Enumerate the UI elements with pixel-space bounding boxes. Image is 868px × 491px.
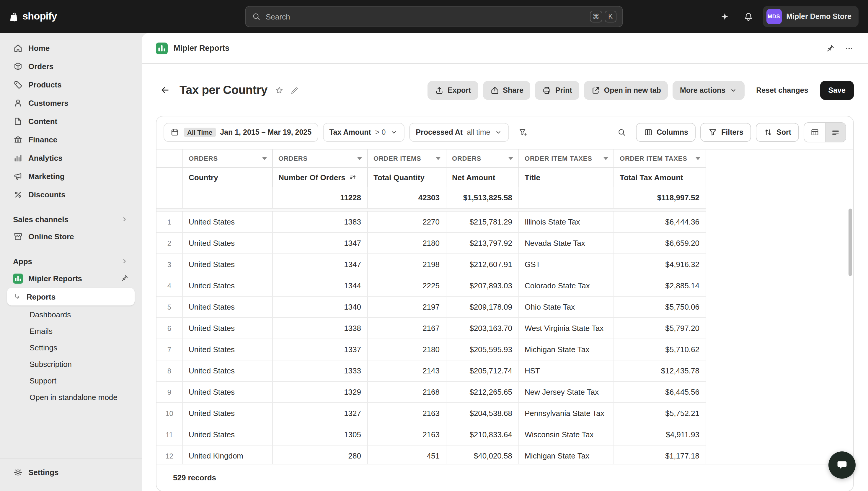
sidebar-item-orders[interactable]: Orders xyxy=(7,57,135,75)
cell-tax-amount: $6,445.56 xyxy=(614,382,706,403)
vertical-scrollbar[interactable] xyxy=(848,208,852,276)
button-label: Export xyxy=(447,86,471,94)
column-header-row: Country Number Of Orders Total Quantity … xyxy=(156,168,706,187)
filters-button[interactable]: Filters xyxy=(701,123,751,142)
sidebar-item-emails[interactable]: Emails xyxy=(7,323,135,339)
column-menu-icon[interactable] xyxy=(695,157,700,160)
cell-net-amount: $213,797.92 xyxy=(446,233,519,254)
sidebar-section-sales-channels[interactable]: Sales channels xyxy=(7,211,135,228)
sidebar-item-settings[interactable]: Settings xyxy=(13,463,129,481)
sidebar-item-home[interactable]: Home xyxy=(7,39,135,57)
chat-widget-button[interactable] xyxy=(829,452,856,479)
group-header[interactable]: ORDER ITEM TAXES xyxy=(614,149,706,168)
rename-button[interactable] xyxy=(290,86,299,95)
group-label: ORDER ITEM TAXES xyxy=(525,155,592,162)
home-icon xyxy=(13,43,23,53)
open-in-new-tab-button[interactable]: Open in new tab xyxy=(584,81,668,100)
cell-country: United States xyxy=(182,360,272,382)
cell-country: United Kingdom xyxy=(182,445,272,464)
export-button[interactable]: Export xyxy=(428,81,478,100)
group-header[interactable]: ORDER ITEM TAXES xyxy=(519,149,614,168)
column-menu-icon[interactable] xyxy=(603,157,608,160)
column-header-quantity[interactable]: Total Quantity xyxy=(367,168,446,187)
sidebar-item-label: Settings xyxy=(28,468,59,476)
store-menu[interactable]: MDS Mipler Demo Store xyxy=(763,6,859,27)
chat-icon xyxy=(836,459,848,471)
search-input[interactable]: Search ⌘ K xyxy=(245,6,623,27)
sidebar-item-online-store[interactable]: Online Store xyxy=(7,228,135,245)
sidebar-item-products[interactable]: Products xyxy=(7,76,135,93)
table-view-toggle[interactable] xyxy=(804,123,825,142)
sidebar-item-label: Customers xyxy=(28,98,68,107)
cell-country: United States xyxy=(182,211,272,233)
sidebar-item-support[interactable]: Support xyxy=(7,372,135,389)
sidebar-item-dashboards[interactable]: Dashboards xyxy=(7,306,135,323)
table-row: 3United States13472198$212,607.91GST$4,9… xyxy=(156,254,706,275)
list-view-toggle[interactable] xyxy=(825,123,845,142)
column-menu-icon[interactable] xyxy=(357,157,362,160)
pin-app-button[interactable] xyxy=(826,44,835,53)
notifications-button[interactable] xyxy=(739,7,758,26)
column-header-country[interactable]: Country xyxy=(182,168,272,187)
sidebar-item-finance[interactable]: Finance xyxy=(7,131,135,148)
sidebar-item-discounts[interactable]: Discounts xyxy=(7,185,135,203)
sidebar-item-subscription[interactable]: Subscription xyxy=(7,356,135,372)
calendar-icon xyxy=(170,128,180,137)
kbd-cmd: ⌘ xyxy=(590,11,602,23)
more-actions-button[interactable]: More actions xyxy=(673,81,744,100)
reset-changes-button[interactable]: Reset changes xyxy=(749,81,815,100)
pin-icon[interactable] xyxy=(120,274,129,283)
column-menu-icon[interactable] xyxy=(262,157,267,160)
group-header[interactable]: ORDER ITEMS xyxy=(367,149,446,168)
sidebar-item-reports[interactable]: Reports xyxy=(7,288,135,306)
filter-value: > 0 xyxy=(375,128,385,137)
cell-country: United States xyxy=(182,254,272,275)
sidebar-section-apps[interactable]: Apps xyxy=(7,253,135,269)
sidebar-item-standalone[interactable]: Open in standalone mode xyxy=(7,389,135,405)
columns-button[interactable]: Columns xyxy=(636,123,696,142)
sidebar-item-content[interactable]: Content xyxy=(7,112,135,130)
cell-net-amount: $204,538.68 xyxy=(446,403,519,424)
cell-country: United States xyxy=(182,382,272,403)
cell-orders: 1347 xyxy=(272,254,367,275)
app-more-menu-button[interactable] xyxy=(844,44,854,53)
save-button[interactable]: Save xyxy=(820,81,854,100)
star-icon xyxy=(275,86,284,95)
column-header-orders[interactable]: Number Of Orders xyxy=(272,168,367,187)
group-header[interactable]: ORDERS xyxy=(182,149,272,168)
cell-quantity: 2163 xyxy=(367,424,446,445)
sidebar-item-analytics[interactable]: Analytics xyxy=(7,149,135,167)
group-header[interactable]: ORDERS xyxy=(446,149,519,168)
mipler-app-icon xyxy=(13,273,23,283)
orders-icon xyxy=(13,61,23,71)
favorite-star-button[interactable] xyxy=(275,86,284,95)
sidebar-item-marketing[interactable]: Marketing xyxy=(7,167,135,185)
column-menu-icon[interactable] xyxy=(435,157,440,160)
sort-button[interactable]: Sort xyxy=(756,123,799,142)
chevron-down-icon xyxy=(729,86,737,94)
back-button[interactable] xyxy=(156,82,174,99)
add-filter-button[interactable] xyxy=(514,123,533,142)
total-orders: 11228 xyxy=(272,187,367,208)
sidebar-item-customers[interactable]: Customers xyxy=(7,94,135,112)
report-toolbar: All Time Jan 1, 2015 – Mar 19, 2025 Tax … xyxy=(156,116,853,149)
print-button[interactable]: Print xyxy=(535,81,579,100)
sidekick-button[interactable] xyxy=(715,7,734,26)
percent-icon xyxy=(13,190,23,199)
sidebar-item-mipler-reports[interactable]: Mipler Reports xyxy=(7,269,135,287)
group-header[interactable]: ORDERS xyxy=(272,149,367,168)
tax-amount-filter[interactable]: Tax Amount > 0 xyxy=(323,123,404,142)
processed-at-filter[interactable]: Processed At all time xyxy=(409,123,509,142)
button-label: Sort xyxy=(776,128,791,137)
column-header-tax-amount[interactable]: Total Tax Amount xyxy=(614,168,706,187)
share-button[interactable]: Share xyxy=(483,81,531,100)
search-in-report-button[interactable] xyxy=(612,123,631,142)
column-header-title[interactable]: Title xyxy=(519,168,614,187)
sort-asc-icon[interactable] xyxy=(349,174,356,181)
sidebar-item-app-settings[interactable]: Settings xyxy=(7,339,135,356)
column-header-net-amount[interactable]: Net Amount xyxy=(446,168,519,187)
cell-tax-amount: $2,885.14 xyxy=(614,275,706,297)
date-range-control[interactable]: All Time Jan 1, 2015 – Mar 19, 2025 xyxy=(163,123,318,142)
column-menu-icon[interactable] xyxy=(508,157,513,160)
filter-label: Processed At xyxy=(416,128,463,137)
